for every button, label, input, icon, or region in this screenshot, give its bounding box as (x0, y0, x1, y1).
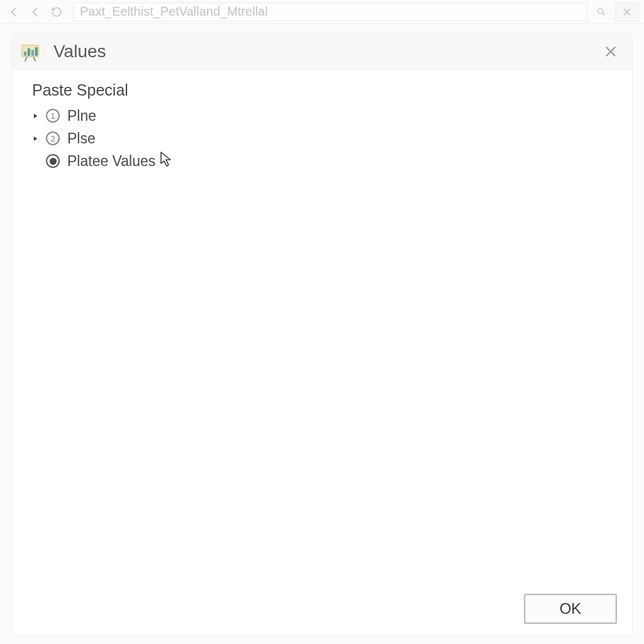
option-list: 1 Plne 2 Plse Platee Values (31, 104, 613, 172)
option-row-2[interactable]: 2 Plse (31, 127, 613, 150)
svg-marker-14 (33, 136, 36, 140)
address-text: Paxt_Eelthist_PetValland_Mtrellal (80, 4, 268, 19)
svg-rect-8 (35, 47, 38, 56)
radio-badge-2[interactable]: 2 (46, 131, 60, 145)
clear-address-button[interactable] (615, 3, 639, 21)
svg-marker-13 (33, 113, 36, 118)
address-bar[interactable]: Paxt_Eelthist_PetValland_Mtrellal (73, 3, 587, 21)
svg-line-1 (602, 13, 605, 15)
svg-rect-5 (24, 52, 26, 56)
radio-badge-1[interactable]: 1 (46, 109, 60, 123)
option-label: Plse (67, 130, 96, 147)
values-dialog: Values Paste Special 1 Plne 2 Plse (11, 33, 633, 636)
close-button[interactable] (601, 42, 621, 62)
option-row-1[interactable]: 1 Plne (31, 104, 613, 127)
svg-rect-7 (31, 50, 34, 55)
forward-arrow-icon[interactable] (26, 3, 44, 21)
svg-line-10 (33, 57, 35, 61)
radio-selected[interactable] (46, 154, 60, 168)
svg-point-0 (598, 8, 603, 13)
section-title: Paste Special (32, 81, 613, 99)
svg-line-9 (25, 57, 27, 61)
option-label: Plne (67, 108, 96, 125)
search-icon[interactable] (591, 3, 611, 21)
ok-button[interactable]: OK (524, 594, 617, 624)
expand-icon[interactable] (31, 113, 40, 119)
dialog-title: Values (53, 42, 601, 62)
svg-rect-6 (28, 48, 30, 55)
expand-icon[interactable] (31, 136, 40, 142)
top-nav-bar: Paxt_Eelthist_PetValland_Mtrellal (0, 0, 644, 24)
dialog-footer: OK (12, 589, 632, 636)
option-label: Platee Values (67, 153, 155, 170)
dialog-body: Paste Special 1 Plne 2 Plse Platee Value (12, 70, 632, 589)
dialog-header: Values (12, 33, 632, 70)
refresh-icon[interactable] (48, 3, 65, 21)
chart-board-icon (18, 40, 42, 64)
back-arrow-icon[interactable] (5, 3, 23, 21)
option-row-3[interactable]: Platee Values (31, 150, 613, 172)
